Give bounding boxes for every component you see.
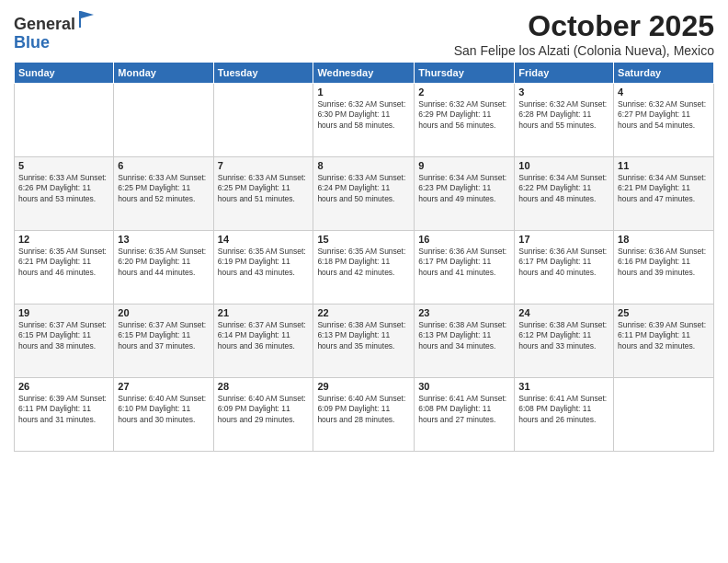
calendar-cell: 1Sunrise: 6:32 AM Sunset: 6:30 PM Daylig… xyxy=(313,84,415,157)
day-number: 25 xyxy=(618,307,710,318)
calendar-cell: 11Sunrise: 6:34 AM Sunset: 6:21 PM Dayli… xyxy=(614,157,714,231)
day-number: 30 xyxy=(418,381,510,392)
day-info: Sunrise: 6:38 AM Sunset: 6:13 PM Dayligh… xyxy=(418,320,510,351)
calendar-body: 1Sunrise: 6:32 AM Sunset: 6:30 PM Daylig… xyxy=(15,84,714,452)
calendar-cell xyxy=(15,84,114,157)
calendar-cell: 13Sunrise: 6:35 AM Sunset: 6:20 PM Dayli… xyxy=(114,231,213,304)
calendar-cell xyxy=(213,84,313,157)
col-wednesday: Wednesday xyxy=(313,63,415,84)
calendar-cell: 21Sunrise: 6:37 AM Sunset: 6:14 PM Dayli… xyxy=(213,304,313,378)
col-friday: Friday xyxy=(515,63,614,84)
day-number: 13 xyxy=(118,234,209,245)
calendar-week-row: 5Sunrise: 6:33 AM Sunset: 6:26 PM Daylig… xyxy=(15,157,714,231)
calendar-cell: 18Sunrise: 6:36 AM Sunset: 6:16 PM Dayli… xyxy=(614,231,714,304)
day-info: Sunrise: 6:32 AM Sunset: 6:30 PM Dayligh… xyxy=(317,99,410,131)
col-tuesday: Tuesday xyxy=(213,63,313,84)
day-info: Sunrise: 6:37 AM Sunset: 6:14 PM Dayligh… xyxy=(218,320,310,351)
day-info: Sunrise: 6:38 AM Sunset: 6:13 PM Dayligh… xyxy=(317,320,410,351)
day-number: 8 xyxy=(317,160,410,171)
col-sunday: Sunday xyxy=(15,63,114,84)
calendar-cell: 2Sunrise: 6:32 AM Sunset: 6:29 PM Daylig… xyxy=(415,84,515,157)
day-info: Sunrise: 6:34 AM Sunset: 6:22 PM Dayligh… xyxy=(518,173,609,204)
calendar-header: Sunday Monday Tuesday Wednesday Thursday… xyxy=(15,63,714,84)
logo: General Blue xyxy=(14,9,97,52)
day-info: Sunrise: 6:35 AM Sunset: 6:21 PM Dayligh… xyxy=(18,247,109,278)
calendar-cell: 7Sunrise: 6:33 AM Sunset: 6:25 PM Daylig… xyxy=(213,157,313,231)
calendar-cell: 28Sunrise: 6:40 AM Sunset: 6:09 PM Dayli… xyxy=(213,378,313,452)
day-info: Sunrise: 6:36 AM Sunset: 6:16 PM Dayligh… xyxy=(618,247,710,278)
calendar-cell: 17Sunrise: 6:36 AM Sunset: 6:17 PM Dayli… xyxy=(515,231,614,304)
day-info: Sunrise: 6:40 AM Sunset: 6:09 PM Dayligh… xyxy=(218,394,310,425)
day-info: Sunrise: 6:33 AM Sunset: 6:26 PM Dayligh… xyxy=(18,173,109,204)
day-info: Sunrise: 6:35 AM Sunset: 6:20 PM Dayligh… xyxy=(118,247,209,278)
header-row: Sunday Monday Tuesday Wednesday Thursday… xyxy=(15,63,714,84)
calendar-cell: 16Sunrise: 6:36 AM Sunset: 6:17 PM Dayli… xyxy=(415,231,515,304)
day-number: 15 xyxy=(317,234,410,245)
day-info: Sunrise: 6:33 AM Sunset: 6:25 PM Dayligh… xyxy=(218,173,310,204)
day-number: 6 xyxy=(118,160,209,171)
day-number: 29 xyxy=(317,381,410,392)
calendar-cell: 25Sunrise: 6:39 AM Sunset: 6:11 PM Dayli… xyxy=(614,304,714,378)
day-number: 3 xyxy=(518,86,609,98)
day-number: 27 xyxy=(118,381,209,392)
col-thursday: Thursday xyxy=(415,63,515,84)
logo-blue-text: Blue xyxy=(14,33,50,52)
location-subtitle: San Felipe los Alzati (Colonia Nueva), M… xyxy=(454,43,714,58)
day-number: 14 xyxy=(218,234,310,245)
day-info: Sunrise: 6:39 AM Sunset: 6:11 PM Dayligh… xyxy=(18,394,109,425)
day-info: Sunrise: 6:32 AM Sunset: 6:27 PM Dayligh… xyxy=(618,99,710,131)
calendar-cell: 9Sunrise: 6:34 AM Sunset: 6:23 PM Daylig… xyxy=(415,157,515,231)
calendar-cell: 15Sunrise: 6:35 AM Sunset: 6:18 PM Dayli… xyxy=(313,231,415,304)
calendar-cell: 23Sunrise: 6:38 AM Sunset: 6:13 PM Dayli… xyxy=(415,304,515,378)
logo-general-text: General xyxy=(14,15,75,33)
day-info: Sunrise: 6:33 AM Sunset: 6:24 PM Dayligh… xyxy=(317,173,410,204)
calendar-cell: 10Sunrise: 6:34 AM Sunset: 6:22 PM Dayli… xyxy=(515,157,614,231)
calendar-cell: 6Sunrise: 6:33 AM Sunset: 6:25 PM Daylig… xyxy=(114,157,213,231)
header: General Blue October 2025 San Felipe los… xyxy=(14,9,714,58)
title-block: October 2025 San Felipe los Alzati (Colo… xyxy=(454,9,714,58)
calendar-cell: 14Sunrise: 6:35 AM Sunset: 6:19 PM Dayli… xyxy=(213,231,313,304)
calendar-cell: 12Sunrise: 6:35 AM Sunset: 6:21 PM Dayli… xyxy=(15,231,114,304)
day-info: Sunrise: 6:33 AM Sunset: 6:25 PM Dayligh… xyxy=(118,173,209,204)
day-number: 19 xyxy=(18,307,109,318)
day-number: 18 xyxy=(618,234,710,245)
calendar-week-row: 1Sunrise: 6:32 AM Sunset: 6:30 PM Daylig… xyxy=(15,84,714,157)
calendar-cell: 8Sunrise: 6:33 AM Sunset: 6:24 PM Daylig… xyxy=(313,157,415,231)
day-info: Sunrise: 6:32 AM Sunset: 6:28 PM Dayligh… xyxy=(518,99,609,131)
calendar-cell: 31Sunrise: 6:41 AM Sunset: 6:08 PM Dayli… xyxy=(515,378,614,452)
calendar-cell: 3Sunrise: 6:32 AM Sunset: 6:28 PM Daylig… xyxy=(515,84,614,157)
day-number: 17 xyxy=(518,234,609,245)
day-number: 23 xyxy=(418,307,510,318)
calendar-cell: 30Sunrise: 6:41 AM Sunset: 6:08 PM Dayli… xyxy=(415,378,515,452)
day-info: Sunrise: 6:35 AM Sunset: 6:18 PM Dayligh… xyxy=(317,247,410,278)
calendar-cell: 27Sunrise: 6:40 AM Sunset: 6:10 PM Dayli… xyxy=(114,378,213,452)
col-monday: Monday xyxy=(114,63,213,84)
calendar-week-row: 26Sunrise: 6:39 AM Sunset: 6:11 PM Dayli… xyxy=(15,378,714,452)
calendar-cell: 20Sunrise: 6:37 AM Sunset: 6:15 PM Dayli… xyxy=(114,304,213,378)
day-number: 28 xyxy=(218,381,310,392)
calendar-cell xyxy=(614,378,714,452)
day-info: Sunrise: 6:37 AM Sunset: 6:15 PM Dayligh… xyxy=(18,320,109,351)
logo-flag-icon xyxy=(77,9,97,29)
page: General Blue October 2025 San Felipe los… xyxy=(0,0,728,563)
calendar-cell: 19Sunrise: 6:37 AM Sunset: 6:15 PM Dayli… xyxy=(15,304,114,378)
day-number: 1 xyxy=(317,86,410,98)
day-number: 21 xyxy=(218,307,310,318)
calendar-cell: 29Sunrise: 6:40 AM Sunset: 6:09 PM Dayli… xyxy=(313,378,415,452)
calendar-cell: 4Sunrise: 6:32 AM Sunset: 6:27 PM Daylig… xyxy=(614,84,714,157)
calendar-week-row: 19Sunrise: 6:37 AM Sunset: 6:15 PM Dayli… xyxy=(15,304,714,378)
calendar-cell: 5Sunrise: 6:33 AM Sunset: 6:26 PM Daylig… xyxy=(15,157,114,231)
day-info: Sunrise: 6:35 AM Sunset: 6:19 PM Dayligh… xyxy=(218,247,310,278)
day-number: 2 xyxy=(418,86,510,98)
day-number: 5 xyxy=(18,160,109,171)
day-info: Sunrise: 6:34 AM Sunset: 6:21 PM Dayligh… xyxy=(618,173,710,204)
calendar-cell: 22Sunrise: 6:38 AM Sunset: 6:13 PM Dayli… xyxy=(313,304,415,378)
day-number: 12 xyxy=(18,234,109,245)
day-number: 20 xyxy=(118,307,209,318)
day-info: Sunrise: 6:39 AM Sunset: 6:11 PM Dayligh… xyxy=(618,320,710,351)
svg-marker-1 xyxy=(81,11,94,18)
day-number: 9 xyxy=(418,160,510,171)
calendar-cell: 26Sunrise: 6:39 AM Sunset: 6:11 PM Dayli… xyxy=(15,378,114,452)
calendar-week-row: 12Sunrise: 6:35 AM Sunset: 6:21 PM Dayli… xyxy=(15,231,714,304)
day-number: 7 xyxy=(218,160,310,171)
